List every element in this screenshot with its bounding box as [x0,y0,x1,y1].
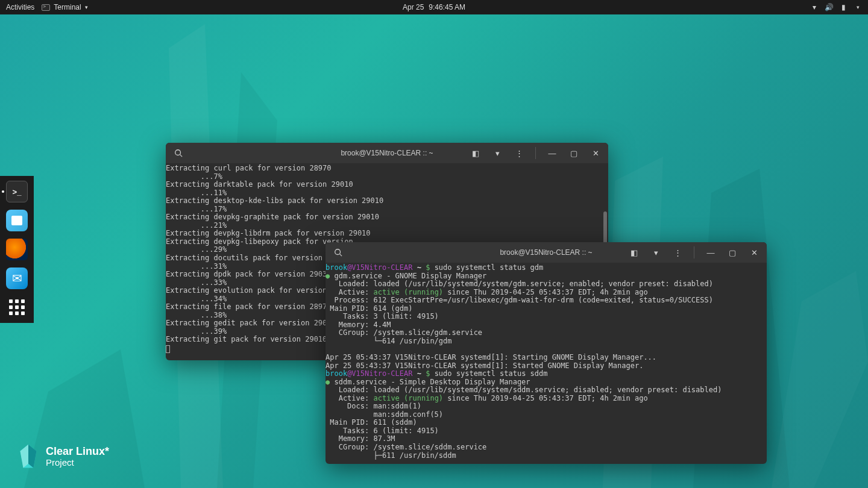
menu-icon[interactable]: ⋮ [670,245,685,260]
chevron-down-icon[interactable]: ▾ [648,245,664,260]
system-menu-chevron-icon[interactable]: ▾ [854,3,862,11]
dock-show-applications[interactable] [6,296,28,318]
dock-notes[interactable] [6,210,28,231]
battery-icon[interactable]: ▮ [839,3,848,11]
dock-mail[interactable] [6,267,28,289]
new-tab-icon[interactable]: ◧ [468,145,483,161]
dock-firefox[interactable] [6,239,28,260]
logo-subtitle: Project [46,458,109,468]
maximize-button[interactable]: ▢ [725,245,740,260]
svg-marker-5 [772,271,868,488]
window-title: brook@V15Nitro-CLEAR :: ~ [500,248,592,257]
app-name: Terminal [54,3,81,11]
maximize-button[interactable]: ▢ [566,145,582,161]
logo-icon [18,443,39,470]
clear-linux-logo: Clear Linux* Project [18,443,109,470]
titlebar[interactable]: brook@V15Nitro-CLEAR :: ~ ◧ ▾ ⋮ — ▢ ✕ [166,143,608,163]
minimize-button[interactable]: — [544,145,560,161]
app-menu[interactable]: Terminal ▾ [42,3,87,11]
date-label: Apr 25 [403,3,424,11]
new-tab-icon[interactable]: ◧ [626,245,642,260]
svg-line-7 [180,155,183,157]
time-label: 9:46:45 AM [429,3,465,11]
svg-marker-11 [28,445,37,468]
clock[interactable]: Apr 25 9:46:45 AM [403,3,465,11]
svg-point-8 [335,249,341,255]
terminal-window-2[interactable]: brook@V15Nitro-CLEAR :: ~ ◧ ▾ ⋮ — ▢ ✕ br… [326,242,767,464]
svg-marker-12 [20,445,28,468]
menu-icon[interactable]: ⋮ [511,145,527,161]
search-icon[interactable] [171,145,186,161]
terminal-icon [42,4,50,11]
dock [0,176,34,323]
activities-button[interactable]: Activities [6,3,34,11]
svg-line-9 [340,254,342,257]
minimize-button[interactable]: — [703,245,719,260]
volume-icon[interactable]: 🔊 [825,3,833,11]
dock-terminal[interactable] [6,181,28,202]
chevron-down-icon: ▾ [85,4,88,10]
window-title: brook@V15Nitro-CLEAR :: ~ [341,149,433,157]
network-icon[interactable]: ▾ [810,3,819,11]
svg-point-6 [175,150,181,155]
titlebar[interactable]: brook@V15Nitro-CLEAR :: ~ ◧ ▾ ⋮ — ▢ ✕ [326,242,767,263]
logo-title: Clear Linux* [46,446,109,458]
chevron-down-icon[interactable]: ▾ [489,145,505,161]
search-icon[interactable] [330,245,346,260]
top-bar: Activities Terminal ▾ Apr 25 9:46:45 AM … [0,0,868,14]
close-button[interactable]: ✕ [746,245,762,260]
close-button[interactable]: ✕ [588,145,603,161]
terminal-output[interactable]: brook@V15Nitro-CLEAR ~ $ sudo systemctl … [326,263,767,464]
